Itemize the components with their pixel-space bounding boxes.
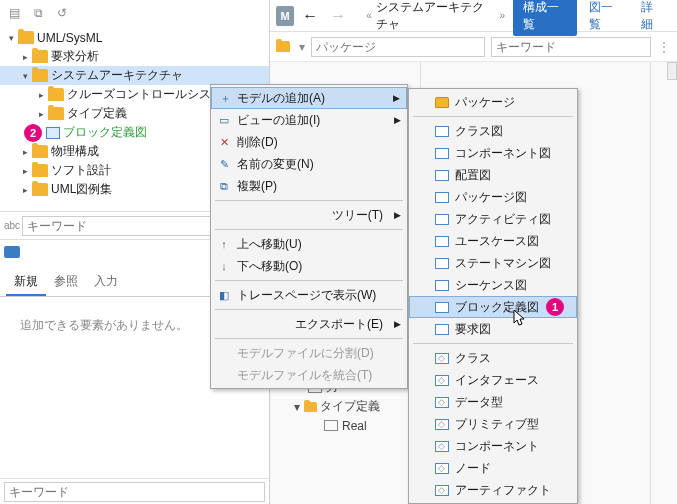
context-menu: ＋ モデルの追加(A)▶ ▭ ビューの追加(I)▶ ✕ 削除(D) ✎ 名前の変…: [210, 84, 408, 389]
tree-item-selected[interactable]: ▾ システムアーキテクチャ: [0, 66, 269, 85]
submenu-node[interactable]: ノード: [409, 457, 577, 479]
tab-new[interactable]: 新規: [6, 269, 46, 296]
page-icon: ▭: [216, 114, 232, 127]
nav-back[interactable]: ←: [298, 7, 322, 25]
menu-tree[interactable]: ツリー(T)▶: [211, 204, 407, 226]
edit-icon: ✎: [216, 158, 232, 171]
submenu-sequence-diagram[interactable]: シーケンス図: [409, 274, 577, 296]
diagram-icon: [435, 170, 449, 181]
menu-rename[interactable]: ✎ 名前の変更(N): [211, 153, 407, 175]
breadcrumb[interactable]: システムアーキテクチャ: [376, 0, 496, 33]
folder-icon: [435, 97, 449, 108]
nav-forward[interactable]: →: [326, 7, 350, 25]
delete-icon: ✕: [216, 136, 232, 149]
submenu-component-diagram[interactable]: コンポーネント図: [409, 142, 577, 164]
step-badge: 1: [546, 298, 564, 316]
btn-diagram-list[interactable]: 図一覧: [581, 0, 630, 36]
tree-label: UML/SysML: [37, 31, 102, 45]
step-badge: 2: [24, 124, 42, 142]
submenu-requirement-diagram[interactable]: 要求図: [409, 318, 577, 340]
menu-trace-page[interactable]: ◧ トレースページで表示(W): [211, 284, 407, 306]
panel-icon: [4, 246, 20, 258]
submenu-block-definition-diagram[interactable]: ブロック定義図 1: [409, 296, 577, 318]
diagram-icon: [435, 258, 449, 269]
plus-icon: ＋: [217, 91, 233, 106]
element-icon: [435, 441, 449, 452]
btn-detail[interactable]: 詳細: [633, 0, 671, 36]
submenu-primitive[interactable]: プリミティブ型: [409, 413, 577, 435]
arrow-up-icon: ↑: [216, 238, 232, 250]
menu-split-file: モデルファイルに分割(D): [211, 342, 407, 364]
submenu-package[interactable]: パッケージ: [409, 91, 577, 113]
tool-icon[interactable]: ▤: [4, 3, 24, 23]
mouse-cursor-icon: [513, 309, 527, 327]
menu-add-model[interactable]: ＋ モデルの追加(A)▶: [211, 87, 407, 109]
arrow-down-icon: ↓: [216, 260, 232, 272]
tab-input[interactable]: 入力: [86, 269, 126, 296]
submenu-statemachine-diagram[interactable]: ステートマシン図: [409, 252, 577, 274]
menu-export[interactable]: エクスポート(E)▶: [211, 313, 407, 335]
copy-icon: ⧉: [216, 180, 232, 193]
menu-add-view[interactable]: ▭ ビューの追加(I)▶: [211, 109, 407, 131]
folder-icon: [18, 31, 34, 44]
btn-structure-list[interactable]: 構成一覧: [513, 0, 577, 36]
menu-dots-icon[interactable]: ⋮: [657, 39, 671, 55]
package-filter-input[interactable]: [311, 37, 485, 57]
tree-root[interactable]: ▾ UML/SysML: [0, 28, 269, 47]
tree-item[interactable]: ▸ 要求分析: [0, 47, 269, 66]
element-icon: [435, 485, 449, 496]
menu-move-down[interactable]: ↓ 下へ移動(O): [211, 255, 407, 277]
submenu-add-model: パッケージ クラス図 コンポーネント図 配置図 パッケージ図 アクティビティ図 …: [408, 88, 578, 504]
element-icon: [435, 463, 449, 474]
diagram-icon: [435, 214, 449, 225]
submenu-component[interactable]: コンポーネント: [409, 435, 577, 457]
element-icon: [435, 419, 449, 430]
breadcrumb-suffix: »: [499, 10, 505, 21]
breadcrumb-prefix: «: [366, 10, 372, 21]
element-icon: [435, 375, 449, 386]
diagram-icon: [435, 324, 449, 335]
filter-icon: abc: [4, 220, 22, 231]
submenu-interface[interactable]: インタフェース: [409, 369, 577, 391]
keyword-filter-input[interactable]: [491, 37, 651, 57]
submenu-artifact[interactable]: アーティファクト: [409, 479, 577, 501]
menu-merge-file: モデルファイルを統合(T): [211, 364, 407, 386]
folder-icon: [276, 41, 290, 52]
diagram-icon: [435, 192, 449, 203]
tool-icon[interactable]: ↺: [52, 3, 72, 23]
submenu-deployment-diagram[interactable]: 配置図: [409, 164, 577, 186]
tab-ref[interactable]: 参照: [46, 269, 86, 296]
model-badge: M: [276, 6, 294, 26]
submenu-usecase-diagram[interactable]: ユースケース図: [409, 230, 577, 252]
menu-delete[interactable]: ✕ 削除(D): [211, 131, 407, 153]
submenu-class-diagram[interactable]: クラス図: [409, 120, 577, 142]
sidebar-toolbar: ▤ ⧉ ↺: [0, 0, 269, 26]
diagram-icon: [435, 126, 449, 137]
palette-filter-input[interactable]: [4, 482, 265, 502]
diagram-icon: [435, 236, 449, 247]
menu-duplicate[interactable]: ⧉ 複製(P): [211, 175, 407, 197]
submenu-datatype[interactable]: データ型: [409, 391, 577, 413]
chevron-right-icon: ▶: [393, 93, 400, 103]
element-icon: [435, 397, 449, 408]
submenu-package-diagram[interactable]: パッケージ図: [409, 186, 577, 208]
menu-move-up[interactable]: ↑ 上へ移動(U): [211, 233, 407, 255]
submenu-activity-diagram[interactable]: アクティビティ図: [409, 208, 577, 230]
submenu-class[interactable]: クラス: [409, 347, 577, 369]
diagram-icon: [435, 280, 449, 291]
trace-icon: ◧: [216, 289, 232, 302]
element-icon: [435, 353, 449, 364]
diagram-icon: [435, 148, 449, 159]
tool-icon[interactable]: ⧉: [28, 3, 48, 23]
diagram-icon: [46, 127, 60, 139]
diagram-icon: [435, 302, 449, 313]
grid-handle[interactable]: [667, 62, 677, 80]
